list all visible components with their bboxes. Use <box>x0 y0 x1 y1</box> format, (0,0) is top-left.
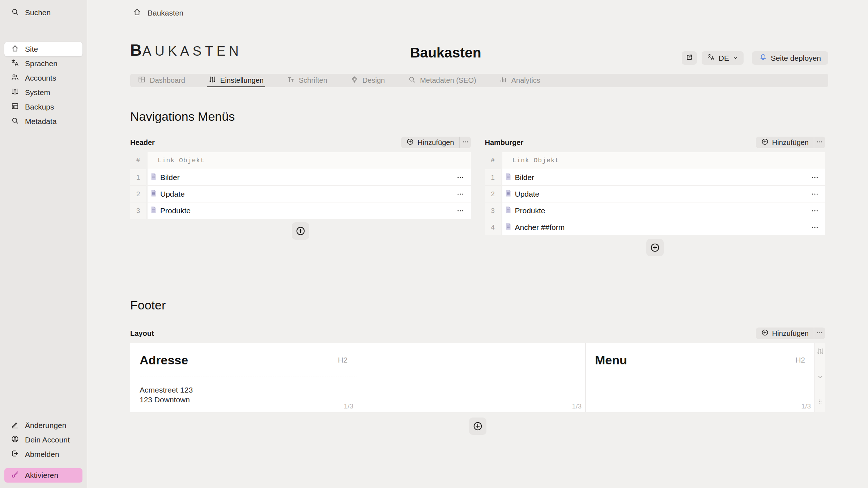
column-header-num: # <box>485 152 501 169</box>
table-header-row: # Link Objekt <box>485 152 826 169</box>
hamburger-link-table: # Link Objekt 1 Bilder 2 <box>485 152 826 235</box>
link-label: Produkte <box>515 206 545 215</box>
home-icon <box>133 8 141 18</box>
add-link-button[interactable]: Hinzufügen <box>756 137 814 148</box>
tab-label: Dashboard <box>150 76 185 85</box>
address-text: Acmestreet 123 123 Downtown <box>140 385 348 404</box>
search-icon <box>408 76 416 85</box>
tab-dashboard[interactable]: Dashboard <box>132 74 191 87</box>
sidebar-item-site[interactable]: Site <box>4 42 82 56</box>
add-link-button[interactable]: Hinzufügen <box>401 137 459 148</box>
document-icon <box>505 223 511 232</box>
design-icon <box>350 76 358 85</box>
chevron-down-icon[interactable] <box>817 373 824 382</box>
deploy-button[interactable]: Seite deployen <box>752 51 828 65</box>
more-button[interactable] <box>459 137 471 148</box>
column-header-link: Link Objekt <box>502 152 826 169</box>
row-menu-button[interactable] <box>811 190 819 198</box>
sidebar-item-aenderungen[interactable]: Änderungen <box>4 418 82 433</box>
sidebar-item-abmelden[interactable]: Abmelden <box>4 447 82 462</box>
row-menu-button[interactable] <box>456 207 464 215</box>
more-button[interactable] <box>814 328 825 339</box>
table-row[interactable]: 2 Update <box>485 185 826 202</box>
chevron-down-icon <box>733 54 738 63</box>
sidebar-item-dein-account[interactable]: Dein Account <box>4 433 82 447</box>
more-button[interactable] <box>814 137 825 148</box>
document-icon <box>505 206 511 215</box>
sidebar-item-system[interactable]: System <box>4 85 82 100</box>
search-label: Suchen <box>25 8 51 17</box>
row-menu-button[interactable] <box>456 174 464 181</box>
layout-column-adresse[interactable]: Adresse H2 Acmestreet 123 123 Downtown 1… <box>130 343 357 412</box>
row-menu-button[interactable] <box>811 223 819 231</box>
section-title: Footer <box>130 296 825 314</box>
ellipsis-icon <box>462 138 469 147</box>
add-block-button[interactable]: Hinzufügen <box>756 328 814 339</box>
block-controls <box>814 343 825 412</box>
plus-circle-icon <box>761 329 769 338</box>
tab-metadaten-seo[interactable]: Metadaten (SEO) <box>402 74 482 87</box>
layout-column-empty[interactable]: 1/3 <box>357 343 585 412</box>
column-heading: Menu <box>595 353 627 367</box>
home-icon <box>11 44 19 54</box>
tab-design[interactable]: Design <box>344 74 391 87</box>
row-menu-button[interactable] <box>811 207 819 215</box>
table-row[interactable]: 3 Produkte <box>130 202 471 219</box>
table-row[interactable]: 3 Produkte <box>485 202 826 219</box>
hamburger-menu-actions: Hinzufügen <box>756 137 825 148</box>
add-row-button[interactable] <box>292 222 309 240</box>
document-icon <box>505 173 511 182</box>
hamburger-menu-block: Hamburger Hinzufügen # Link <box>485 137 826 256</box>
translate-icon <box>11 59 19 69</box>
add-footer-block-button[interactable] <box>469 418 486 435</box>
logout-icon <box>11 449 19 459</box>
tab-label: Einstellungen <box>220 76 264 85</box>
layout-actions: Hinzufügen <box>756 328 825 339</box>
sidebar-item-accounts[interactable]: Accounts <box>4 71 82 85</box>
translate-icon <box>707 53 715 63</box>
search-item[interactable]: Suchen <box>4 5 82 20</box>
drag-handle-icon[interactable] <box>817 398 824 406</box>
document-icon <box>150 173 157 182</box>
table-row[interactable]: 2 Update <box>130 185 471 202</box>
tab-analytics[interactable]: Analytics <box>493 74 546 87</box>
deploy-label: Seite deployen <box>771 54 821 63</box>
layout-column-menu[interactable]: Menu H2 1/3 <box>585 343 814 412</box>
server-icon <box>11 102 19 112</box>
header-menu-head: Header Hinzufügen <box>130 137 471 148</box>
row-menu-button[interactable] <box>456 190 464 198</box>
table-row[interactable]: 1 Bilder <box>485 169 826 185</box>
header-actions: DE Seite deployen <box>682 51 828 65</box>
add-row-button[interactable] <box>646 239 664 256</box>
open-site-button[interactable] <box>682 51 697 65</box>
sidebar-item-backups[interactable]: Backups <box>4 100 82 114</box>
row-menu-button[interactable] <box>811 174 819 181</box>
column-fraction: 1/3 <box>801 402 811 410</box>
document-icon <box>505 189 511 199</box>
tab-label: Metadaten (SEO) <box>420 76 476 85</box>
sidebar-item-metadata[interactable]: Metadata <box>4 114 82 129</box>
activate-button[interactable]: Aktivieren <box>4 468 82 483</box>
link-label: Ancher ##form <box>515 223 565 232</box>
sliders-icon[interactable] <box>816 347 824 357</box>
grid-icon <box>138 76 146 85</box>
tab-schriften[interactable]: Schriften <box>281 74 333 87</box>
dashed-divider <box>140 377 357 377</box>
row-number: 4 <box>485 219 501 235</box>
column-fraction: 1/3 <box>344 402 353 410</box>
plus-circle-icon <box>406 138 414 147</box>
row-number: 1 <box>130 169 146 185</box>
plus-circle-icon <box>761 138 769 147</box>
breadcrumb[interactable]: Baukasten <box>133 8 183 18</box>
link-label: Produkte <box>160 206 191 215</box>
add-label: Hinzufügen <box>772 138 809 147</box>
language-selector[interactable]: DE <box>702 51 744 65</box>
table-row[interactable]: 4 Ancher ##form <box>485 219 826 235</box>
sidebar-item-sprachen[interactable]: Sprachen <box>4 56 82 71</box>
user-circle-icon <box>11 435 19 445</box>
key-icon <box>11 470 19 480</box>
ellipsis-icon <box>816 329 823 338</box>
tab-einstellungen[interactable]: Einstellungen <box>202 74 270 87</box>
header-menu-block: Header Hinzufügen # Link Obj <box>130 137 471 256</box>
table-row[interactable]: 1 Bilder <box>130 169 471 185</box>
